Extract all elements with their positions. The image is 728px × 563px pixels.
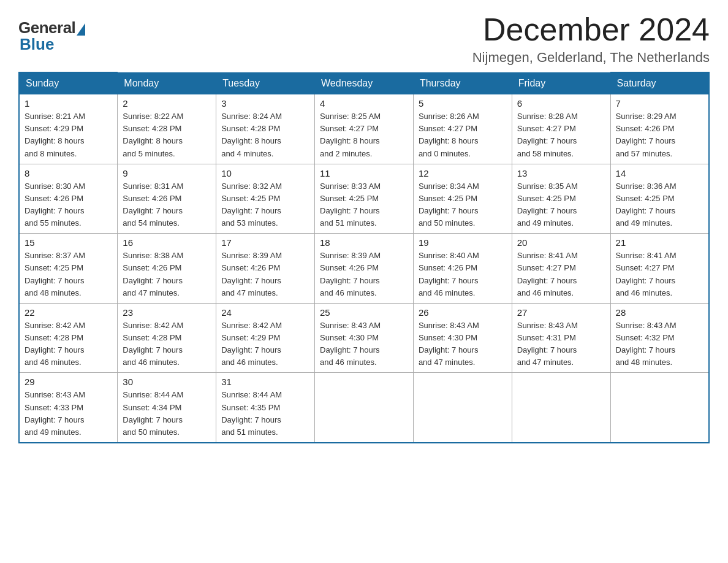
day-info: Sunrise: 8:31 AMSunset: 4:26 PMDaylight:…	[123, 182, 183, 228]
day-number: 12	[419, 168, 507, 178]
calendar-cell: 15Sunrise: 8:37 AMSunset: 4:25 PMDayligh…	[19, 234, 118, 304]
day-number: 20	[517, 237, 605, 248]
calendar-cell: 9Sunrise: 8:31 AMSunset: 4:26 PMDaylight…	[118, 164, 216, 234]
calendar-cell: 7Sunrise: 8:29 AMSunset: 4:26 PMDaylight…	[610, 94, 709, 164]
calendar-cell: 25Sunrise: 8:43 AMSunset: 4:30 PMDayligh…	[315, 303, 414, 373]
calendar-cell: 23Sunrise: 8:42 AMSunset: 4:28 PMDayligh…	[118, 303, 216, 373]
calendar-cell: 30Sunrise: 8:44 AMSunset: 4:34 PMDayligh…	[118, 373, 216, 443]
day-info: Sunrise: 8:21 AMSunset: 4:29 PMDaylight:…	[25, 112, 85, 158]
day-number: 26	[419, 307, 507, 318]
calendar-cell: 1Sunrise: 8:21 AMSunset: 4:29 PMDaylight…	[19, 94, 118, 164]
calendar-cell: 8Sunrise: 8:30 AMSunset: 4:26 PMDaylight…	[19, 164, 118, 234]
day-number: 29	[25, 377, 112, 387]
day-number: 17	[221, 237, 309, 248]
day-info: Sunrise: 8:26 AMSunset: 4:27 PMDaylight:…	[419, 112, 479, 158]
day-info: Sunrise: 8:39 AMSunset: 4:26 PMDaylight:…	[221, 251, 282, 297]
day-info: Sunrise: 8:43 AMSunset: 4:32 PMDaylight:…	[616, 321, 677, 367]
week-row-2: 8Sunrise: 8:30 AMSunset: 4:26 PMDaylight…	[19, 164, 709, 234]
day-info: Sunrise: 8:38 AMSunset: 4:26 PMDaylight:…	[123, 251, 183, 297]
day-number: 15	[25, 237, 112, 248]
day-info: Sunrise: 8:44 AMSunset: 4:35 PMDaylight:…	[221, 390, 282, 436]
calendar-cell: 6Sunrise: 8:28 AMSunset: 4:27 PMDaylight…	[512, 94, 610, 164]
day-info: Sunrise: 8:22 AMSunset: 4:28 PMDaylight:…	[123, 112, 183, 158]
day-info: Sunrise: 8:28 AMSunset: 4:27 PMDaylight:…	[517, 112, 578, 158]
day-number: 14	[616, 168, 703, 178]
day-info: Sunrise: 8:41 AMSunset: 4:27 PMDaylight:…	[517, 251, 578, 297]
logo-triangle-icon	[77, 23, 85, 36]
day-number: 31	[221, 377, 309, 387]
day-number: 1	[25, 98, 112, 109]
calendar-cell	[610, 373, 709, 443]
day-number: 11	[320, 168, 408, 178]
day-number: 2	[123, 98, 211, 109]
day-info: Sunrise: 8:33 AMSunset: 4:25 PMDaylight:…	[320, 182, 381, 228]
day-info: Sunrise: 8:41 AMSunset: 4:27 PMDaylight:…	[616, 251, 677, 297]
calendar-cell: 24Sunrise: 8:42 AMSunset: 4:29 PMDayligh…	[216, 303, 315, 373]
calendar-cell: 18Sunrise: 8:39 AMSunset: 4:26 PMDayligh…	[315, 234, 414, 304]
calendar-cell: 12Sunrise: 8:34 AMSunset: 4:25 PMDayligh…	[413, 164, 512, 234]
day-info: Sunrise: 8:25 AMSunset: 4:27 PMDaylight:…	[320, 112, 381, 158]
day-info: Sunrise: 8:42 AMSunset: 4:28 PMDaylight:…	[123, 321, 183, 367]
day-info: Sunrise: 8:29 AMSunset: 4:26 PMDaylight:…	[616, 112, 677, 158]
day-number: 5	[419, 98, 507, 109]
day-number: 30	[123, 377, 211, 387]
week-row-1: 1Sunrise: 8:21 AMSunset: 4:29 PMDaylight…	[19, 94, 709, 164]
day-number: 8	[25, 168, 112, 178]
day-number: 16	[123, 237, 211, 248]
location-subtitle: Nijmegen, Gelderland, The Netherlands	[472, 50, 710, 66]
day-info: Sunrise: 8:43 AMSunset: 4:30 PMDaylight:…	[320, 321, 381, 367]
calendar-cell	[315, 373, 414, 443]
month-title: December 2024	[472, 12, 710, 47]
calendar-cell: 26Sunrise: 8:43 AMSunset: 4:30 PMDayligh…	[413, 303, 512, 373]
day-number: 13	[517, 168, 605, 178]
calendar-cell: 17Sunrise: 8:39 AMSunset: 4:26 PMDayligh…	[216, 234, 315, 304]
calendar-cell: 10Sunrise: 8:32 AMSunset: 4:25 PMDayligh…	[216, 164, 315, 234]
day-number: 9	[123, 168, 211, 178]
calendar-cell: 31Sunrise: 8:44 AMSunset: 4:35 PMDayligh…	[216, 373, 315, 443]
day-info: Sunrise: 8:42 AMSunset: 4:29 PMDaylight:…	[221, 321, 282, 367]
logo-blue-text: Blue	[18, 35, 54, 54]
day-info: Sunrise: 8:32 AMSunset: 4:25 PMDaylight:…	[221, 182, 282, 228]
week-row-3: 15Sunrise: 8:37 AMSunset: 4:25 PMDayligh…	[19, 234, 709, 304]
calendar-cell	[512, 373, 610, 443]
day-info: Sunrise: 8:37 AMSunset: 4:25 PMDaylight:…	[25, 251, 85, 297]
calendar-table: SundayMondayTuesdayWednesdayThursdayFrid…	[18, 72, 710, 443]
day-info: Sunrise: 8:39 AMSunset: 4:26 PMDaylight:…	[320, 251, 381, 297]
col-header-monday: Monday	[118, 72, 216, 94]
day-info: Sunrise: 8:30 AMSunset: 4:26 PMDaylight:…	[25, 182, 85, 228]
day-headers-row: SundayMondayTuesdayWednesdayThursdayFrid…	[19, 72, 709, 94]
day-info: Sunrise: 8:44 AMSunset: 4:34 PMDaylight:…	[123, 390, 183, 436]
day-number: 23	[123, 307, 211, 318]
day-info: Sunrise: 8:36 AMSunset: 4:25 PMDaylight:…	[616, 182, 677, 228]
day-number: 21	[616, 237, 703, 248]
week-row-4: 22Sunrise: 8:42 AMSunset: 4:28 PMDayligh…	[19, 303, 709, 373]
calendar-cell: 19Sunrise: 8:40 AMSunset: 4:26 PMDayligh…	[413, 234, 512, 304]
title-area: December 2024 Nijmegen, Gelderland, The …	[472, 12, 710, 66]
logo: General Blue	[18, 18, 85, 54]
calendar-cell	[413, 373, 512, 443]
calendar-cell: 20Sunrise: 8:41 AMSunset: 4:27 PMDayligh…	[512, 234, 610, 304]
calendar-cell: 11Sunrise: 8:33 AMSunset: 4:25 PMDayligh…	[315, 164, 414, 234]
calendar-cell: 21Sunrise: 8:41 AMSunset: 4:27 PMDayligh…	[610, 234, 709, 304]
calendar-cell: 13Sunrise: 8:35 AMSunset: 4:25 PMDayligh…	[512, 164, 610, 234]
col-header-thursday: Thursday	[413, 72, 512, 94]
calendar-cell: 4Sunrise: 8:25 AMSunset: 4:27 PMDaylight…	[315, 94, 414, 164]
col-header-sunday: Sunday	[19, 72, 118, 94]
calendar-cell: 2Sunrise: 8:22 AMSunset: 4:28 PMDaylight…	[118, 94, 216, 164]
day-info: Sunrise: 8:40 AMSunset: 4:26 PMDaylight:…	[419, 251, 479, 297]
col-header-friday: Friday	[512, 72, 610, 94]
day-number: 7	[616, 98, 703, 109]
page-header: General Blue December 2024 Nijmegen, Gel…	[18, 12, 710, 66]
day-number: 25	[320, 307, 408, 318]
day-number: 3	[221, 98, 309, 109]
day-number: 24	[221, 307, 309, 318]
calendar-cell: 29Sunrise: 8:43 AMSunset: 4:33 PMDayligh…	[19, 373, 118, 443]
day-number: 4	[320, 98, 408, 109]
day-info: Sunrise: 8:24 AMSunset: 4:28 PMDaylight:…	[221, 112, 282, 158]
day-info: Sunrise: 8:43 AMSunset: 4:33 PMDaylight:…	[25, 390, 85, 436]
calendar-cell: 5Sunrise: 8:26 AMSunset: 4:27 PMDaylight…	[413, 94, 512, 164]
day-number: 18	[320, 237, 408, 248]
day-number: 27	[517, 307, 605, 318]
day-number: 6	[517, 98, 605, 109]
day-number: 10	[221, 168, 309, 178]
